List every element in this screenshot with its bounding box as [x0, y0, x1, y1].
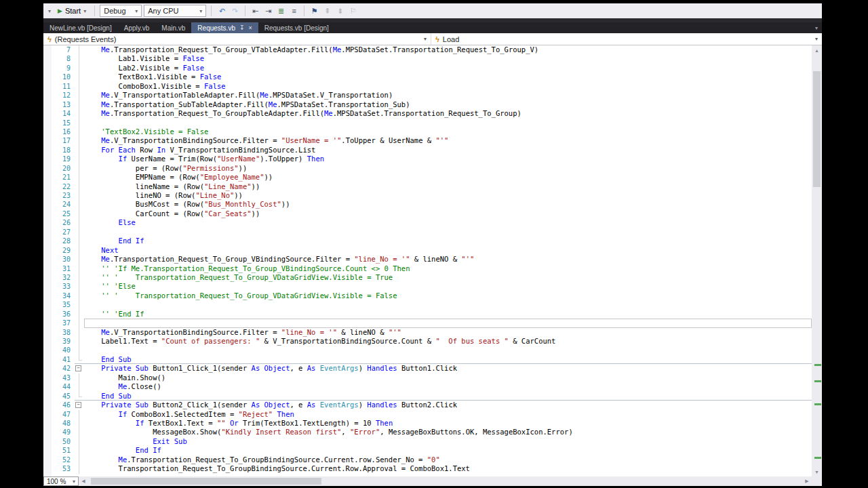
code-line-36[interactable]: 36 '' 'End If [43, 310, 812, 319]
fold-margin [75, 355, 84, 364]
tab-requests[interactable]: Requests.vb↧× [191, 22, 258, 33]
horizontal-scrollbar[interactable]: ◀ ▶ [79, 476, 812, 486]
toolbar-options-chevron[interactable]: ▾ [47, 8, 52, 14]
object-combo[interactable]: ϟ (Requests Events) ▾ [43, 33, 431, 45]
code-text: For Each Row In V_TransportationBindingS… [84, 146, 812, 155]
fold-collapse-icon[interactable]: − [75, 401, 84, 409]
code-text: Me.Close() [84, 382, 812, 391]
code-line-12[interactable]: 12 Me.V_TransportationTableAdapter.Fill(… [43, 91, 812, 100]
solution-config-combo[interactable]: Debug ▾ [100, 5, 142, 17]
close-icon[interactable]: × [249, 24, 252, 31]
vertical-scrollbar[interactable]: ▲ ▼ [812, 45, 822, 476]
scrollbar-track[interactable] [812, 55, 822, 467]
scrollbar-thumb[interactable] [813, 71, 821, 186]
code-line-48[interactable]: 48 If TextBox1.Text = "" Or Trim(TextBox… [43, 419, 812, 428]
line-number: 34 [52, 291, 75, 300]
code-line-27[interactable]: 27 [43, 228, 812, 237]
code-line-45[interactable]: 45 End Sub [43, 392, 812, 401]
code-line-14[interactable]: 14 Me.Transportation_Request_To_GroupTab… [43, 109, 812, 118]
indent-increase-icon[interactable]: ⇥ [262, 5, 274, 17]
code-text: lineNO = (Row("Line_No")) [84, 191, 812, 200]
code-line-9[interactable]: 9 Lab2.Visible = False [43, 64, 812, 73]
chevron-down-icon: ▾ [73, 479, 75, 485]
code-line-8[interactable]: 8 Lab1.Visible = False [43, 54, 812, 63]
platform-combo[interactable]: Any CPU ▾ [144, 5, 206, 17]
code-line-40[interactable]: 40 [43, 346, 812, 354]
code-line-11[interactable]: 11 ComboBox1.Visible = False [43, 82, 812, 91]
fold-margin [75, 109, 84, 118]
navigate-backward-icon[interactable]: ↶ [216, 5, 228, 17]
toggle-bookmark-icon[interactable]: ⚑ [309, 5, 320, 17]
hscrollbar-track[interactable] [88, 476, 802, 486]
code-line-26[interactable]: 26 Else [43, 218, 812, 227]
scroll-left-icon[interactable]: ◀ [79, 476, 88, 486]
code-line-22[interactable]: 22 lineName = (Row("Line_Name")) [43, 182, 812, 191]
code-line-29[interactable]: 29 Next [43, 246, 812, 255]
code-text: CarCount = (Row("Car_Seats")) [84, 209, 812, 218]
code-line-33[interactable]: 33 '' 'Else [43, 282, 812, 291]
code-line-51[interactable]: 51 End If [43, 446, 812, 455]
code-line-28[interactable]: 28 End If [43, 237, 812, 245]
code-line-7[interactable]: 7 Me.Transportation_Request_To_Group_VTa… [43, 45, 812, 54]
comment-icon[interactable]: ≣ [275, 5, 287, 17]
tab-requests-design[interactable]: Requests.vb [Design] [258, 22, 335, 33]
tab-apply[interactable]: Apply.vb [118, 22, 156, 33]
code-text: Lab2.Visible = False [84, 64, 812, 73]
code-line-52[interactable]: 52 Me.Transportation_Request_To_GroupBin… [43, 455, 812, 464]
code-line-37[interactable]: 37 [43, 319, 812, 327]
line-number: 11 [52, 82, 75, 91]
code-line-19[interactable]: 19 If UserName = Trim(Row("UserName").To… [43, 155, 812, 163]
fold-margin [75, 291, 84, 300]
start-button[interactable]: ▶ Start ▾ [54, 5, 90, 16]
code-line-32[interactable]: 32 '' ' Transportation_Request_To_Group_… [43, 273, 812, 282]
code-line-10[interactable]: 10 TextBox1.Visible = False [43, 73, 812, 81]
code-line-39[interactable]: 39 Label1.Text = "Count of passengers: "… [43, 337, 812, 346]
code-line-44[interactable]: 44 Me.Close() [43, 382, 812, 391]
pin-icon[interactable]: ↧ [239, 24, 245, 31]
code-line-25[interactable]: 25 CarCount = (Row("Car_Seats")) [43, 209, 812, 218]
fold-margin [75, 119, 84, 127]
code-line-35[interactable]: 35 [43, 300, 812, 309]
code-line-20[interactable]: 20 per = (Row("Permissions")) [43, 164, 812, 173]
indent-decrease-icon[interactable]: ⇤ [250, 5, 261, 17]
code-line-46[interactable]: 46− Private Sub Button2_Click_1(sender A… [43, 401, 812, 409]
code-line-21[interactable]: 21 EMPName = (Row("Employee_Name")) [43, 173, 812, 182]
code-line-50[interactable]: 50 Exit Sub [43, 437, 812, 446]
code-line-53[interactable]: 53 Transportation_Request_To_GroupBindin… [43, 464, 812, 473]
fold-collapse-icon[interactable]: − [75, 364, 84, 373]
change-mark [814, 380, 821, 382]
code-line-18[interactable]: 18 For Each Row In V_TransportationBindi… [43, 146, 812, 155]
code-line-41[interactable]: 41 End Sub [43, 355, 812, 364]
scroll-down-icon[interactable]: ▼ [812, 467, 822, 476]
code-line-47[interactable]: 47 If ComboBox1.SelectedItem = "Reject" … [43, 410, 812, 419]
fold-margin [75, 382, 84, 391]
code-text [84, 346, 812, 354]
event-combo[interactable]: ϟ Load ▾ [431, 33, 822, 45]
tab-label: Main.vb [161, 24, 185, 32]
code-line-24[interactable]: 24 BusMCost = (Row("Bus_Monthly_Cost")) [43, 200, 812, 209]
code-editor[interactable]: 7 Me.Transportation_Request_To_Group_VTa… [43, 45, 812, 476]
tab-list-chevron[interactable]: ▾ [811, 22, 822, 33]
scroll-up-icon[interactable]: ▲ [812, 45, 822, 55]
code-line-17[interactable]: 17 Me.V_TransportationBindingSource.Filt… [43, 136, 812, 145]
code-line-38[interactable]: 38 Me.V_TransportationBindingSource.Filt… [43, 328, 812, 337]
code-line-30[interactable]: 30 Me.Transportation_Request_To_Group_VB… [43, 255, 812, 264]
code-line-15[interactable]: 15 [43, 119, 812, 127]
code-line-23[interactable]: 23 lineNO = (Row("Line_No")) [43, 191, 812, 200]
code-line-43[interactable]: 43 Main.Show() [43, 373, 812, 382]
fold-margin [75, 410, 84, 419]
code-line-31[interactable]: 31 '' 'If Me.Transportation_Request_To_G… [43, 264, 812, 273]
code-line-42[interactable]: 42− Private Sub Button1_Click_1(sender A… [43, 364, 812, 373]
uncomment-icon[interactable]: ≡ [288, 5, 300, 17]
scroll-right-icon[interactable]: ▶ [802, 476, 812, 486]
code-line-34[interactable]: 34 '' ' Transportation_Request_To_Group_… [43, 291, 812, 300]
code-line-16[interactable]: 16 'TextBox2.Visible = False [43, 127, 812, 136]
tab-main[interactable]: Main.vb [155, 22, 191, 33]
code-line-49[interactable]: 49 MessageBox.Show("Kindly Insert Reason… [43, 428, 812, 436]
code-text: End Sub [84, 392, 812, 401]
code-line-13[interactable]: 13 Me.Transportation_SubTableAdapter.Fil… [43, 100, 812, 109]
line-number: 44 [52, 382, 75, 391]
hscrollbar-thumb[interactable] [91, 478, 321, 485]
tab-newline-design[interactable]: NewLine.vb [Design] [43, 22, 118, 33]
zoom-control[interactable]: 100 % ▾ [43, 476, 79, 486]
